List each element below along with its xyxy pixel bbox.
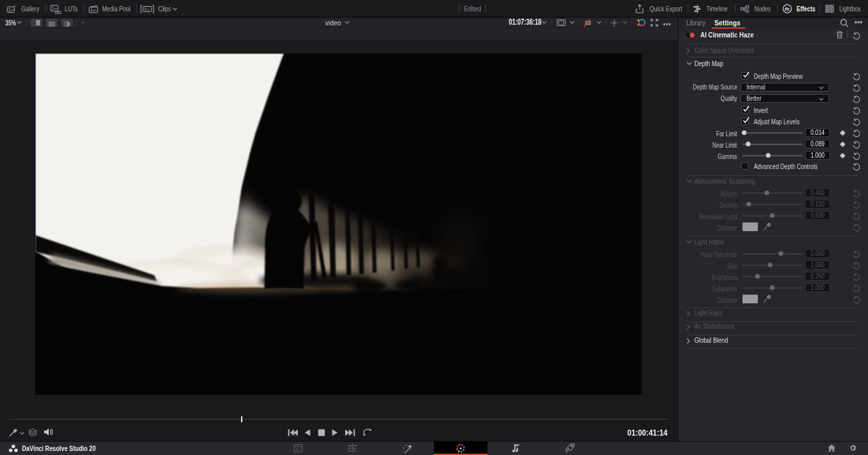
svg-text:fx: fx [785, 6, 790, 12]
